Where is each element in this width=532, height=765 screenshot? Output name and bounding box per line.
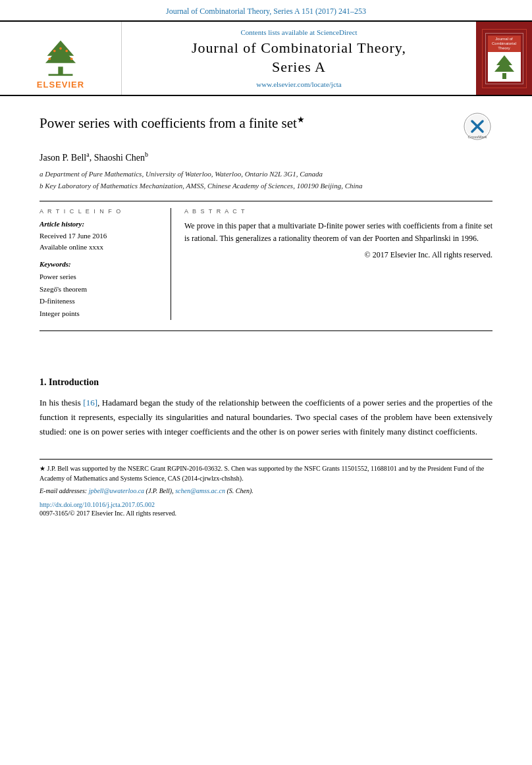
doi-line: http://dx.doi.org/10.1016/j.jcta.2017.05… — [40, 501, 492, 508]
svg-text:CrossMark: CrossMark — [467, 135, 487, 139]
elsevier-tree-icon — [34, 38, 87, 77]
affiliation-a: a Department of Pure Mathematics, Univer… — [40, 169, 492, 180]
journal-name-line2: Series A — [272, 59, 326, 75]
svg-rect-1 — [49, 74, 73, 76]
top-journal-text: Journal of Combinatorial Theory, Series … — [166, 7, 366, 16]
journal-name: Journal of Combinatorial Theory, Series … — [192, 39, 406, 76]
keywords-label: Keywords: — [40, 260, 161, 268]
author-bell: Jason P. Bell — [40, 153, 86, 163]
email-2-link[interactable]: schen@amss.ac.cn — [175, 487, 225, 494]
doi-link[interactable]: http://dx.doi.org/10.1016/j.jcta.2017.05… — [40, 501, 155, 508]
badge-bottom — [488, 52, 521, 81]
citation-16[interactable]: [16] — [83, 398, 97, 408]
copyright-line: 0097-3165/© 2017 Elsevier Inc. All right… — [40, 510, 492, 517]
article-info-column: A R T I C L E I N F O Article history: R… — [40, 208, 171, 320]
keywords-list: Power series Szegő's theorem D-finitenes… — [40, 271, 161, 320]
spacer — [40, 338, 492, 364]
keyword-2: Szegő's theorem — [40, 283, 161, 296]
svg-point-4 — [53, 50, 56, 53]
footnote-email-line: E-mail addresses: jpbell@uwaterloo.ca (J… — [40, 486, 492, 496]
journal-name-line1: Journal of Combinatorial Theory, — [192, 40, 406, 56]
svg-rect-0 — [58, 66, 63, 75]
affiliation-b: b Key Laboratory of Mathematics Mechaniz… — [40, 180, 492, 192]
footnote-star-note: ★ J.P. Bell was supported by the NSERC G… — [40, 463, 492, 483]
svg-point-8 — [59, 47, 62, 50]
intro-heading: 1. Introduction — [40, 377, 492, 388]
sciencedirect-link[interactable]: ScienceDirect — [317, 28, 358, 36]
elsevier-wordmark: ELSEVIER — [37, 80, 84, 90]
header-center: Contents lists available at ScienceDirec… — [122, 22, 476, 95]
header-right-badge: Journal of Combinatorial Theory — [476, 22, 532, 95]
svg-marker-11 — [494, 60, 514, 72]
elsevier-logo-area: ELSEVIER — [0, 22, 122, 95]
received-date: Received 17 June 2016 — [40, 230, 161, 242]
contents-text: Contents lists available at — [240, 28, 315, 36]
abstract-column: A B S T R A C T We prove in this paper t… — [184, 208, 492, 320]
title-text: Power series with coefficients from a fi… — [40, 115, 297, 131]
header-bar: ELSEVIER Contents lists available at Sci… — [0, 22, 532, 96]
badge-top-label: Journal of Combinatorial Theory — [488, 36, 521, 53]
footnote-area: ★ J.P. Bell was supported by the NSERC G… — [40, 459, 492, 517]
history-dates: Received 17 June 2016 Available online x… — [40, 230, 161, 253]
page: Journal of Combinatorial Theory, Series … — [0, 0, 532, 765]
abstract-copyright: © 2017 Elsevier Inc. All rights reserved… — [184, 250, 492, 260]
email-label: E-mail addresses: — [40, 487, 87, 494]
email-1-link[interactable]: jpbell@uwaterloo.ca — [89, 487, 144, 494]
top-journal-reference: Journal of Combinatorial Theory, Series … — [0, 0, 532, 22]
author-b-sup: b — [145, 151, 148, 158]
abstract-label: A B S T R A C T — [184, 208, 492, 215]
svg-point-5 — [65, 50, 68, 53]
crossmark-icon[interactable]: CrossMark — [463, 112, 492, 142]
crossmark-svg: CrossMark — [463, 112, 492, 142]
article-title-row: Power series with coefficients from a fi… — [40, 115, 492, 142]
divider-affiliations — [40, 201, 492, 201]
abstract-text: We prove in this paper that a multivaria… — [184, 220, 492, 245]
contents-line: Contents lists available at ScienceDirec… — [240, 28, 357, 36]
email-2-name: (S. Chen). — [226, 487, 253, 494]
keyword-3: D-finiteness — [40, 295, 161, 307]
email-1-name: (J.P. Bell), — [146, 487, 174, 494]
journal-url[interactable]: www.elsevier.com/locate/jcta — [256, 80, 341, 88]
intro-paragraph: In his thesis [16], Hadamard began the s… — [40, 396, 492, 439]
keyword-4: Integer points — [40, 307, 161, 320]
title-star: ★ — [297, 115, 305, 124]
article-info-label: A R T I C L E I N F O — [40, 208, 161, 215]
author-separator: , Shaoshi Chen — [90, 153, 145, 163]
authors-line: Jason P. Bella, Shaoshi Chenb — [40, 151, 492, 163]
divider-abstract — [40, 330, 492, 331]
main-content: Power series with coefficients from a fi… — [0, 96, 532, 530]
badge-tree-icon — [491, 53, 518, 80]
history-label: Article history: — [40, 220, 161, 228]
article-title-text: Power series with coefficients from a fi… — [40, 115, 456, 132]
journal-badge: Journal of Combinatorial Theory — [482, 29, 527, 88]
svg-point-7 — [70, 58, 73, 61]
svg-point-6 — [49, 58, 51, 61]
badge-inner: Journal of Combinatorial Theory — [485, 33, 523, 84]
available-date: Available online xxxx — [40, 242, 161, 253]
affiliations: a Department of Pure Mathematics, Univer… — [40, 169, 492, 192]
svg-rect-9 — [502, 73, 506, 79]
article-info-abstract: A R T I C L E I N F O Article history: R… — [40, 208, 492, 320]
keyword-1: Power series — [40, 271, 161, 283]
